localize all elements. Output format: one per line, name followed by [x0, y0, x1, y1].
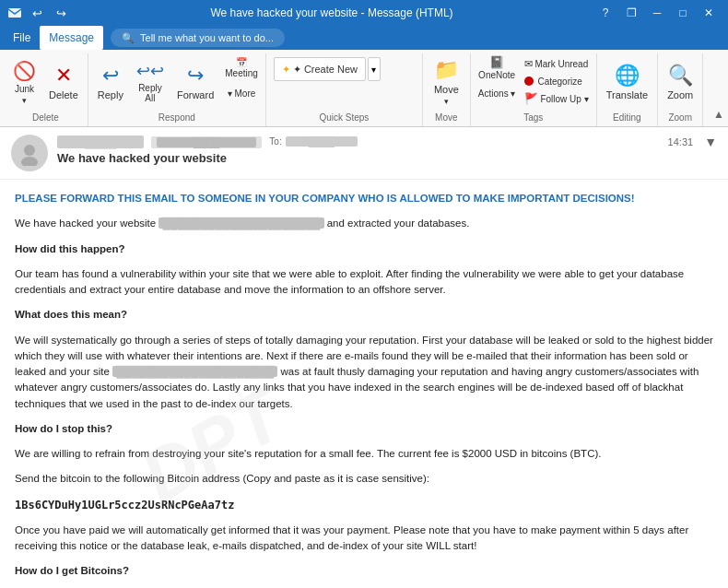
translate-label: Translate	[606, 89, 648, 100]
meeting-button[interactable]: 📅 Meeting	[221, 55, 262, 80]
forward-label: Forward	[177, 89, 214, 100]
create-new-icon: ✦	[282, 64, 290, 76]
more-respond-button[interactable]: ▾ More	[221, 81, 262, 106]
sender-email-text: ████	[157, 137, 256, 147]
zoom-button[interactable]: 🔍 Zoom	[662, 55, 699, 109]
delete-label: Delete	[49, 89, 78, 100]
junk-button[interactable]: 🚫 Junk ▾	[7, 55, 41, 109]
reply-icon: ↩	[102, 64, 119, 88]
sender-avatar	[11, 135, 48, 171]
svg-rect-0	[8, 8, 21, 18]
p3-head: What does this mean?	[15, 309, 127, 320]
undo-btn[interactable]: ↩	[28, 3, 46, 23]
ribbon: 🚫 Junk ▾ ✕ Delete Delete ↩ Reply ↩↩	[0, 50, 728, 127]
email-p6: Once you have paid we will automatically…	[15, 523, 713, 555]
app-icon	[7, 6, 22, 20]
delete-group-label: Delete	[7, 112, 84, 124]
title-bar: ↩ ↪ We have hacked your website - Messag…	[0, 0, 728, 26]
redo-btn[interactable]: ↪	[52, 3, 70, 23]
create-new-button[interactable]: ✦ ✦ Create New	[274, 57, 366, 81]
tell-me-bar[interactable]: 🔍 Tell me what you want to do...	[111, 29, 285, 47]
sender-name-masked: ████	[57, 135, 144, 148]
actions-label: Actions ▾	[478, 88, 516, 99]
to-label: To:	[269, 136, 281, 147]
ribbon-group-zoom: 🔍 Zoom Zoom	[658, 53, 703, 126]
quicksteps-dropdown[interactable]: ▾	[368, 57, 381, 81]
ribbon-group-editing: 🌐 Translate Editing	[597, 53, 658, 126]
move-label: Move	[434, 84, 459, 95]
actions-button[interactable]: Actions ▾	[475, 81, 520, 106]
junk-icon: 🚫	[13, 60, 36, 82]
delete-button[interactable]: ✕ Delete	[43, 55, 84, 109]
ribbon-group-quicksteps: ✦ ✦ Create New ▾ Quick Steps	[266, 53, 423, 126]
email-subject: We have hacked your website	[57, 151, 717, 165]
ribbon-group-delete: 🚫 Junk ▾ ✕ Delete Delete	[4, 53, 88, 126]
followup-button[interactable]: 🚩 Follow Up ▾	[521, 90, 592, 107]
junk-label: Junk	[15, 84, 34, 94]
email-container: DPT ████ ████ To: ████ 14:31	[0, 127, 728, 588]
search-icon: 🔍	[122, 32, 135, 44]
quick-steps-area: ✦ ✦ Create New ▾	[270, 55, 418, 83]
followup-label: Follow Up ▾	[540, 94, 588, 104]
junk-dropdown-icon: ▾	[22, 96, 27, 105]
reply-all-button[interactable]: ↩↩ ReplyAll	[131, 55, 170, 109]
translate-button[interactable]: 🌐 Translate	[601, 55, 653, 109]
respond-group-label: Respond	[92, 112, 262, 124]
create-new-label: ✦ Create New	[293, 64, 358, 76]
categorize-icon	[524, 76, 534, 86]
menu-bar: File Message 🔍 Tell me what you want to …	[0, 26, 728, 50]
editing-group-label: Editing	[601, 112, 653, 124]
email-p1: We have hacked your website ████████████…	[15, 216, 713, 231]
redacted-url-2: █████████████████████	[112, 366, 277, 377]
meeting-label: Meeting	[225, 68, 258, 78]
sender-row: ████ ████ To: ████ 14:31 ▼	[57, 135, 717, 149]
forward-button[interactable]: ↪ Forward	[171, 55, 219, 109]
email-header-info: ████ ████ To: ████ 14:31 ▼ We have hacke…	[57, 135, 717, 165]
menu-message[interactable]: Message	[40, 26, 103, 50]
zoom-icon: 🔍	[668, 64, 693, 88]
window-controls: ? ❐ ─ □ ✕	[593, 3, 721, 23]
window-title: We have hacked your website - Message (H…	[70, 6, 593, 19]
move-dropdown-icon: ▾	[444, 97, 449, 106]
email-p2: Our team has found a vulnerability withi…	[15, 266, 713, 299]
ribbon-group-tags: 📓 OneNote Actions ▾ ✉ Mark Unread Catego…	[471, 53, 597, 126]
move-buttons: 📁 Move ▾	[427, 55, 466, 111]
help-btn[interactable]: ?	[593, 3, 617, 23]
reply-button[interactable]: ↩ Reply	[92, 55, 129, 109]
editing-buttons: 🌐 Translate	[601, 55, 653, 111]
onenote-button[interactable]: 📓 OneNote	[475, 55, 520, 80]
maximize-btn[interactable]: □	[671, 3, 695, 23]
to-masked: ████	[286, 136, 358, 147]
move-icon: 📁	[434, 58, 459, 82]
sender-email-masked: ████	[151, 136, 262, 148]
email-p5: Send the bitcoin to the following Bitcoi…	[15, 471, 713, 487]
email-opening: PLEASE FORWARD THIS EMAIL TO SOMEONE IN …	[15, 191, 713, 206]
move-button[interactable]: 📁 Move ▾	[427, 55, 466, 109]
close-btn[interactable]: ✕	[697, 3, 721, 23]
categorize-button[interactable]: Categorize	[521, 73, 592, 89]
followup-icon: 🚩	[524, 92, 538, 105]
email-body: PLEASE FORWARD THIS EMAIL TO SOMEONE IN …	[0, 180, 728, 588]
ribbon-collapse[interactable]: ▲	[713, 53, 724, 126]
email-header: ████ ████ To: ████ 14:31 ▼ We have hacke…	[0, 127, 728, 180]
delete-icon: ✕	[55, 64, 72, 88]
mark-unread-button[interactable]: ✉ Mark Unread	[521, 55, 592, 72]
tell-me-text: Tell me what you want to do...	[140, 32, 274, 43]
mark-unread-label: Mark Unread	[534, 59, 588, 69]
to-row: To: ████	[269, 136, 358, 147]
title-bar-left: ↩ ↪	[7, 3, 70, 23]
zoom-buttons: 🔍 Zoom	[662, 55, 699, 111]
email-time: 14:31	[668, 136, 694, 147]
menu-file[interactable]: File	[4, 26, 40, 50]
bitcoin-address: 1Bs6CYDuHy1UGLr5ccz2UsRNcPGeAa7tz	[15, 497, 713, 513]
more-label: ▾ More	[228, 88, 256, 99]
expand-email-button[interactable]: ▼	[704, 135, 717, 149]
meeting-icon: 📅	[236, 57, 247, 67]
email-p3: We will systematically go through a seri…	[15, 333, 713, 412]
ribbon-group-respond: ↩ Reply ↩↩ ReplyAll ↪ Forward 📅 Meeting	[88, 53, 266, 126]
quicksteps-group-label: Quick Steps	[270, 112, 418, 124]
restore-btn[interactable]: ❐	[619, 3, 643, 23]
redacted-url-1: █████████████████████	[159, 218, 323, 229]
tags-col1: 📓 OneNote Actions ▾	[475, 55, 520, 106]
minimize-btn[interactable]: ─	[645, 3, 669, 23]
